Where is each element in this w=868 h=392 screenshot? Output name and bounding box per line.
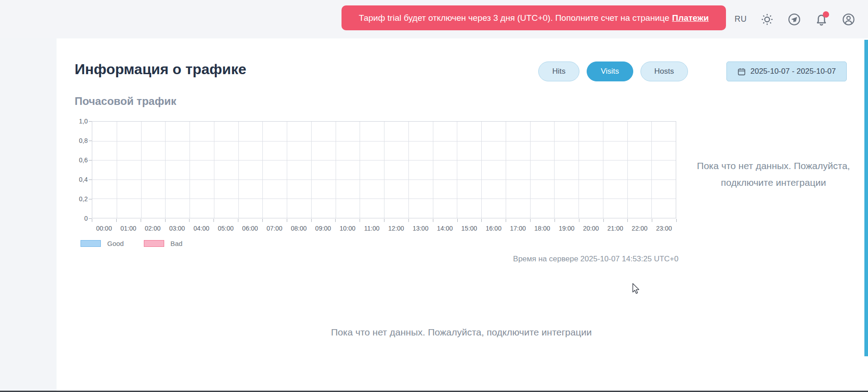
y-tick-mark: [89, 179, 92, 180]
telegram-icon[interactable]: [787, 13, 801, 26]
grid-vline: [141, 122, 142, 218]
grid-vline: [214, 122, 214, 218]
x-tick-mark: [92, 219, 92, 222]
grid-vline: [287, 122, 287, 218]
grid-vline: [262, 122, 263, 218]
x-tick-label: 15:00: [457, 225, 481, 232]
no-data-message-bottom: Пока что нет данных. Пожалуйста, подключ…: [192, 327, 730, 338]
x-tick-mark: [555, 219, 555, 222]
y-tick-label: 0: [68, 215, 88, 222]
y-tick-mark: [89, 160, 92, 161]
no-data-message-side: Пока что нет данных. Пожалуйста, подключ…: [697, 157, 850, 191]
x-tick-mark: [652, 219, 652, 222]
y-tick-label: 0,6: [68, 156, 88, 164]
grid-vline: [627, 122, 628, 218]
grid-vline: [506, 122, 506, 218]
notifications-bell-icon[interactable]: [815, 13, 828, 26]
x-tick-label: 18:00: [530, 225, 555, 232]
chart-section-title: Почасовой трафик: [75, 95, 176, 108]
grid-vline: [384, 122, 384, 218]
x-tick-label: 12:00: [384, 225, 408, 232]
tab-visits[interactable]: Visits: [587, 61, 633, 81]
grid-hline: [92, 179, 676, 180]
x-tick-mark: [676, 219, 677, 222]
profile-icon[interactable]: [842, 13, 855, 26]
grid-vline: [579, 122, 579, 218]
x-tick-label: 11:00: [360, 225, 384, 232]
x-tick-mark: [141, 219, 141, 222]
mouse-cursor: [632, 283, 641, 298]
x-tick-mark: [481, 219, 482, 222]
legend-swatch-bad: [144, 240, 164, 247]
grid-vline: [360, 122, 360, 218]
x-tick-mark: [530, 219, 531, 222]
sidebar: [0, 0, 57, 392]
x-tick-label: 17:00: [506, 225, 530, 232]
x-tick-label: 13:00: [408, 225, 433, 232]
x-tick-label: 20:00: [579, 225, 603, 232]
trial-warning-banner: Тариф trial будет отключен через 3 дня (…: [342, 5, 726, 30]
page-title: Информация о трафике: [75, 61, 246, 78]
topbar-actions: RU: [735, 0, 855, 38]
y-tick-mark: [89, 141, 92, 141]
grid-vline: [603, 122, 603, 218]
y-tick-mark: [89, 199, 92, 199]
calendar-icon: [737, 67, 746, 76]
grid-vline: [433, 122, 433, 218]
x-tick-label: 05:00: [213, 225, 238, 232]
grid-vline: [117, 122, 117, 218]
banner-text: Тариф trial будет отключен через 3 дня (…: [359, 13, 669, 23]
tab-hits[interactable]: Hits: [538, 61, 579, 81]
grid-vline: [311, 122, 312, 218]
x-tick-mark: [287, 219, 287, 222]
x-tick-mark: [189, 219, 190, 222]
x-tick-mark: [408, 219, 409, 222]
y-tick-mark: [89, 218, 92, 219]
metric-tabs: HitsVisitsHosts: [538, 61, 688, 81]
grid-vline: [408, 122, 409, 218]
grid-vline: [190, 122, 190, 218]
date-range-picker[interactable]: 2025-10-07 - 2025-10-07: [726, 61, 847, 81]
x-tick-label: 04:00: [189, 225, 213, 232]
chart-x-axis: 00:0001:0002:0003:0004:0005:0006:0007:00…: [92, 225, 676, 232]
legend-label: Good: [107, 240, 124, 247]
x-tick-label: 07:00: [262, 225, 287, 232]
x-tick-mark: [457, 219, 458, 222]
chart-plot-area: [92, 121, 676, 218]
grid-vline: [238, 122, 239, 218]
y-tick-label: 0,4: [68, 176, 88, 183]
y-tick-label: 0,2: [68, 195, 88, 203]
server-time-text: Время на сервере 2025-10-07 14:53:25 UTC…: [498, 255, 678, 264]
grid-vline: [165, 122, 166, 218]
language-selector[interactable]: RU: [735, 14, 747, 24]
vertical-scrollbar-thumb[interactable]: [864, 40, 868, 356]
y-tick-label: 0,8: [68, 137, 88, 144]
x-tick-label: 23:00: [652, 225, 676, 232]
grid-hline: [92, 141, 676, 142]
grid-vline: [457, 122, 457, 218]
x-tick-label: 08:00: [287, 225, 311, 232]
y-tick-label: 1,0: [68, 118, 88, 125]
grid-vline: [554, 122, 555, 218]
x-tick-mark: [165, 219, 166, 222]
x-tick-label: 06:00: [238, 225, 262, 232]
grid-hline: [92, 160, 676, 161]
x-tick-mark: [335, 219, 336, 222]
grid-vline: [651, 122, 652, 218]
x-tick-mark: [213, 219, 214, 222]
x-tick-mark: [262, 219, 263, 222]
x-tick-label: 22:00: [627, 225, 652, 232]
theme-sun-icon[interactable]: [760, 13, 774, 26]
x-tick-mark: [506, 219, 506, 222]
x-tick-mark: [627, 219, 628, 222]
grid-hline: [92, 198, 676, 199]
legend-label: Bad: [171, 240, 183, 247]
y-tick-mark: [89, 121, 92, 122]
x-tick-label: 16:00: [481, 225, 506, 232]
tab-hosts[interactable]: Hosts: [640, 61, 688, 81]
x-tick-label: 10:00: [335, 225, 360, 232]
x-tick-label: 01:00: [116, 225, 141, 232]
banner-payments-link[interactable]: Платежи: [672, 13, 709, 23]
x-tick-label: 02:00: [141, 225, 165, 232]
legend-swatch-good: [81, 240, 101, 247]
